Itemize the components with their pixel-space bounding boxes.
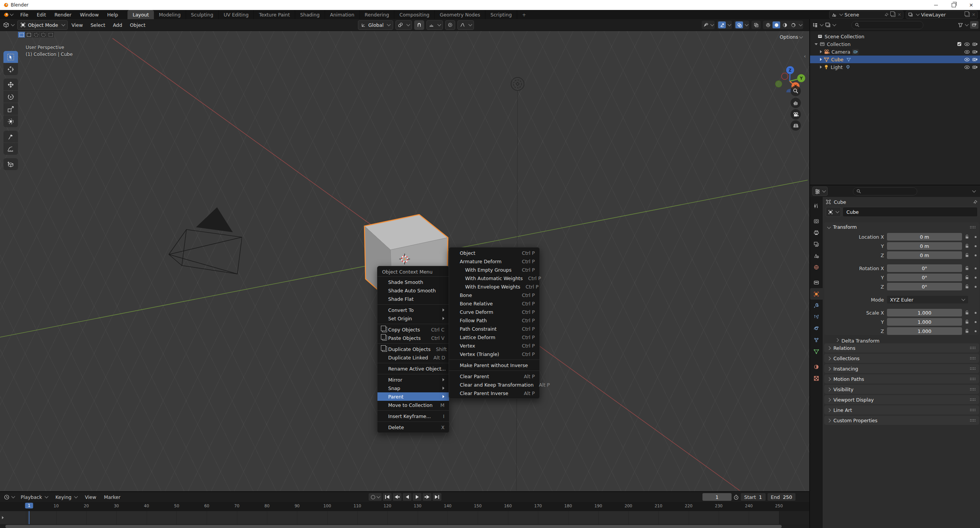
lock-icon[interactable] xyxy=(962,284,972,289)
lock-icon[interactable] xyxy=(962,266,972,271)
rotation-x-field[interactable]: 0° xyxy=(887,264,962,272)
timeline-scrollbar[interactable] xyxy=(5,525,782,528)
show-object-types-dropdown[interactable] xyxy=(702,21,715,29)
show-gizmo-toggle[interactable] xyxy=(718,21,726,28)
auto-keying-toggle[interactable] xyxy=(369,493,382,501)
workspace-tab-layout[interactable]: Layout xyxy=(127,10,154,19)
camera-view-button[interactable] xyxy=(791,109,801,120)
scale-x-field[interactable]: 1.000 xyxy=(887,309,962,316)
current-frame-field[interactable]: 1 xyxy=(702,493,732,501)
breadcrumb-label[interactable]: Cube xyxy=(834,199,846,205)
new-scene-icon[interactable] xyxy=(891,12,895,16)
pan-view-button[interactable] xyxy=(791,98,801,108)
animate-dot-icon[interactable] xyxy=(975,267,977,269)
workspace-tab-rendering[interactable]: Rendering xyxy=(360,10,395,19)
shading-rendered-button[interactable] xyxy=(789,21,797,28)
transform-panel-header[interactable]: Transform xyxy=(824,222,979,232)
tree-row-cube[interactable]: Cube xyxy=(810,56,980,63)
start-frame-field[interactable]: Start1 xyxy=(741,493,766,501)
submenu-item-vertex-triangle[interactable]: Vertex (Triangle)Ctrl P xyxy=(449,350,539,358)
checkbox-icon[interactable] xyxy=(957,42,962,46)
submenu-item-clear-and-keep-transformation[interactable]: Clear and Keep TransformationAlt P xyxy=(449,380,539,389)
next-keyframe-button[interactable] xyxy=(423,493,431,501)
shading-solid-button[interactable] xyxy=(773,21,780,28)
tool-annotate[interactable] xyxy=(3,131,18,143)
properties-options-dropdown[interactable] xyxy=(972,189,976,193)
id-type-button[interactable] xyxy=(826,207,841,217)
lock-icon[interactable] xyxy=(962,329,972,333)
animate-dot-icon[interactable] xyxy=(975,236,977,238)
panel-visibility[interactable]: Visibility xyxy=(824,385,979,394)
panel-grip-icon[interactable] xyxy=(970,226,976,229)
menu-view[interactable]: View xyxy=(68,22,87,28)
proportional-editing-toggle[interactable] xyxy=(445,20,455,30)
panel-line-art[interactable]: Line Art xyxy=(824,405,979,415)
render-visibility-icon[interactable] xyxy=(972,49,978,54)
xray-toggle[interactable] xyxy=(751,21,761,29)
object-name-field[interactable]: Cube xyxy=(843,207,978,217)
navigation-gizmo[interactable]: Z Y X xyxy=(771,54,809,92)
disclosure-triangle-icon[interactable] xyxy=(820,50,822,53)
camera-object[interactable] xyxy=(169,207,242,274)
submenu-item-path-constraint[interactable]: Path ConstraintCtrl P xyxy=(449,325,539,333)
menu-item-duplicate-linked[interactable]: Duplicate LinkedAlt D xyxy=(377,353,449,362)
stopwatch-icon[interactable] xyxy=(733,494,739,500)
tool-select-box[interactable] xyxy=(3,51,18,63)
outliner-search-input[interactable] xyxy=(851,21,923,29)
menu-item-shade-smooth[interactable]: Shade Smooth xyxy=(377,278,449,286)
tab-tool[interactable] xyxy=(810,200,823,212)
timeline-editor-type-button[interactable] xyxy=(2,494,16,500)
workspace-tab-uv-editing[interactable]: UV Editing xyxy=(219,10,254,19)
lock-icon[interactable] xyxy=(962,234,972,239)
submenu-item-clear-parent-inverse[interactable]: Clear Parent InverseAlt P xyxy=(449,389,539,397)
snap-target-dropdown[interactable] xyxy=(426,20,443,30)
render-visibility-icon[interactable] xyxy=(972,65,978,69)
menu-add[interactable]: Add xyxy=(109,22,126,28)
lock-icon[interactable] xyxy=(962,244,972,248)
animate-dot-icon[interactable] xyxy=(975,245,977,247)
timeline-tracks[interactable] xyxy=(0,511,809,524)
timeline-ruler[interactable]: 1102030405060708090100110120130140150160… xyxy=(0,502,809,511)
tab-scene[interactable] xyxy=(810,250,823,261)
panel-collections[interactable]: Collections xyxy=(824,354,979,363)
menu-item-mirror[interactable]: Mirror xyxy=(377,376,449,384)
outliner-display-mode-dropdown[interactable] xyxy=(812,22,823,28)
lock-icon[interactable] xyxy=(962,253,972,257)
menu-edit[interactable]: Edit xyxy=(33,10,50,19)
workspace-tab-texture-paint[interactable]: Texture Paint xyxy=(254,10,295,19)
playhead-line[interactable] xyxy=(29,511,29,524)
submenu-item-with-automatic-weights[interactable]: With Automatic WeightsCtrl P xyxy=(449,274,539,282)
disclosure-triangle-icon[interactable] xyxy=(815,43,818,45)
orthographic-toggle-button[interactable] xyxy=(791,120,801,131)
panel-motion-paths[interactable]: Motion Paths xyxy=(824,374,979,384)
panel-viewport-display[interactable]: Viewport Display xyxy=(824,395,979,404)
submenu-item-vertex[interactable]: VertexCtrl P xyxy=(449,341,539,350)
tree-row-collection[interactable]: Collection xyxy=(810,40,980,48)
submenu-item-armature-deform[interactable]: Armature DeformCtrl P xyxy=(449,257,539,266)
render-visibility-icon[interactable] xyxy=(972,57,978,62)
menu-item-convert-to[interactable]: Convert To xyxy=(377,306,449,314)
scale-z-field[interactable]: 1.000 xyxy=(887,327,962,335)
zoom-view-button[interactable] xyxy=(791,86,801,96)
workspace-tab-modeling[interactable]: Modeling xyxy=(154,10,186,19)
tool-transform[interactable] xyxy=(3,115,18,127)
gizmo-x-neg-axis[interactable] xyxy=(782,73,788,80)
select-mode-paint[interactable] xyxy=(47,32,54,38)
workspace-tab-compositing[interactable]: Compositing xyxy=(394,10,434,19)
menu-item-parent[interactable]: Parent xyxy=(377,392,449,401)
menu-item-shade-auto-smooth[interactable]: Shade Auto Smooth xyxy=(377,286,449,295)
panel-relations[interactable]: Relations xyxy=(824,343,979,353)
properties-search-input[interactable] xyxy=(853,187,917,195)
eye-icon[interactable] xyxy=(964,50,970,54)
remove-view-layer-icon[interactable]: ✕ xyxy=(972,12,975,17)
menu-item-copy-objects[interactable]: Copy ObjectsCtrl C xyxy=(377,325,449,334)
menu-item-shade-flat[interactable]: Shade Flat xyxy=(377,295,449,303)
submenu-item-curve-deform[interactable]: Curve DeformCtrl P xyxy=(449,308,539,316)
menu-item-move-to-collection[interactable]: Move to CollectionM xyxy=(377,401,449,409)
panel-instancing[interactable]: Instancing xyxy=(824,364,979,373)
select-mode-lasso[interactable] xyxy=(40,32,47,38)
select-mode-tweak[interactable] xyxy=(18,32,25,38)
transform-orientation-dropdown[interactable]: Global xyxy=(358,20,393,30)
workspace-tab-sculpting[interactable]: Sculpting xyxy=(186,10,219,19)
menu-item-paste-objects[interactable]: Paste ObjectsCtrl V xyxy=(377,334,449,342)
